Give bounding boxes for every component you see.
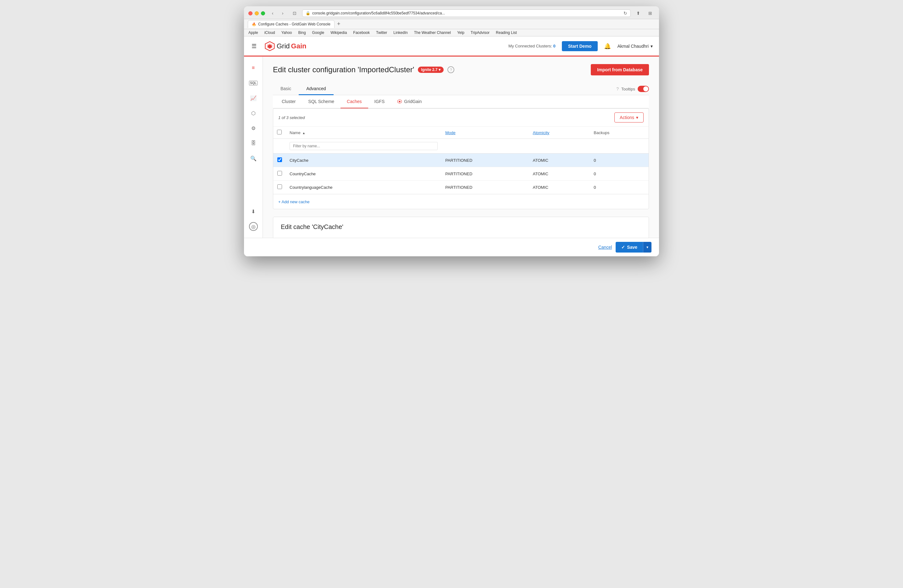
sidebar-item-download[interactable]: ⬇ [247,205,260,218]
share-button[interactable]: ⬆ [634,10,643,16]
help-icon[interactable]: ? [447,66,454,73]
bookmark-weather[interactable]: The Weather Channel [414,30,451,35]
user-menu[interactable]: Akmal Chaudhri ▾ [617,44,653,49]
bookmark-yahoo[interactable]: Yahoo [282,30,292,35]
bookmark-reading-list[interactable]: Reading List [496,30,517,35]
version-badge-text: Ignite 2.7 [421,67,437,72]
page-content: Edit cluster configuration 'ImportedClus… [263,56,659,238]
subtab-cluster[interactable]: Cluster [275,95,302,108]
add-new-cache-link[interactable]: + Add new cache [278,199,309,204]
logo-bottom-icon: ◎ [249,222,258,231]
page-title-row: Edit cluster configuration 'ImportedClus… [273,65,454,74]
user-dropdown-arrow: ▾ [651,44,653,49]
main-layout: ≡ SQL 📈 ⬡ ⚙ 🗄 🔍 [244,56,659,238]
cache-backups-countrycache: 0 [590,167,649,180]
sidebar-item-sql[interactable]: SQL [247,77,260,89]
page-title: Edit cluster configuration 'ImportedClus… [273,65,414,74]
tab-basic[interactable]: Basic [273,83,299,95]
bookmark-google[interactable]: Google [312,30,324,35]
backups-column-header: Backups [590,127,649,139]
bookmark-twitter[interactable]: Twitter [376,30,387,35]
bookmark-tripadvisor[interactable]: TripAdvisor [471,30,489,35]
sub-tabs: Cluster SQL Scheme Caches IGFS GridGain [273,95,649,108]
tooltips-toggle[interactable] [638,86,649,92]
bookmark-yelp[interactable]: Yelp [457,30,464,35]
version-badge[interactable]: Ignite 2.7 ▾ [418,67,444,73]
cancel-button[interactable]: Cancel [598,245,612,250]
forward-button[interactable]: › [278,10,287,16]
subtab-caches[interactable]: Caches [340,95,368,108]
bookmark-icloud[interactable]: iCloud [264,30,275,35]
sql-icon: SQL [249,81,258,85]
row-checkbox-countrycache[interactable] [277,171,282,176]
cache-mode-countrylanguagecache: PARTITIONED [441,180,529,194]
start-demo-button[interactable]: Start Demo [562,41,598,51]
bookmark-wikipedia[interactable]: Wikipedia [330,30,347,35]
bookmark-linkedin[interactable]: LinkedIn [393,30,407,35]
maximize-button[interactable] [261,11,265,16]
edit-section: Edit cache 'CityCache' [273,217,649,238]
cache-name-countrylanguagecache: CountrylanguageCache [286,180,441,194]
notification-bell[interactable]: 🔔 [604,43,611,50]
name-filter-input[interactable] [289,142,438,150]
atomicity-column-link[interactable]: Atomicity [533,130,550,135]
cache-backups-citycache: 0 [590,154,649,167]
monitoring-icon: 📈 [250,95,256,101]
configuration-icon: ≡ [252,65,255,71]
select-all-checkbox[interactable] [277,130,282,135]
bookmark-apple[interactable]: Apple [249,30,258,35]
import-from-database-button[interactable]: Import from Database [591,64,649,75]
tab-advanced[interactable]: Advanced [299,83,333,95]
subtab-gridgain-label: GridGain [404,99,422,104]
sidebar-item-settings[interactable]: ⚙ [247,122,260,135]
atomicity-column-header[interactable]: Atomicity [529,127,590,139]
new-tab-plus[interactable]: + [337,21,340,27]
bookmark-bing[interactable]: Bing [298,30,306,35]
sidebar-item-queries[interactable]: 🔍 [247,152,260,165]
sidebar-item-database[interactable]: 🗄 [247,137,260,149]
actions-dropdown-icon: ▾ [636,115,638,120]
sidebar-toggle-button[interactable]: ⊡ [290,10,299,16]
clusters-icon: ⬡ [251,110,256,116]
back-button[interactable]: ‹ [268,10,277,16]
subtab-igfs[interactable]: IGFS [368,95,391,108]
sidebar-item-monitoring[interactable]: 📈 [247,92,260,104]
selection-count: 1 of 3 selected [278,115,305,120]
bookmark-facebook[interactable]: Facebook [353,30,370,35]
browser-tab[interactable]: 🔥 Configure Caches - GridGain Web Consol… [248,20,335,28]
url-input[interactable]: console.gridgain.com/configuration/5c6a8… [312,11,621,16]
refresh-button[interactable]: ↻ [623,11,627,16]
main-tabs-left: Basic Advanced [273,83,334,95]
sidebar-item-configuration[interactable]: ≡ [247,61,260,74]
save-dropdown-button[interactable]: ▾ [643,242,651,252]
page-header: Edit cluster configuration 'ImportedClus… [273,64,649,75]
main-tabs: Basic Advanced ? Tooltips [273,83,649,95]
close-button[interactable] [249,11,252,16]
logo-icon [264,41,275,52]
save-button[interactable]: ✓ Save [616,242,643,252]
minimize-button[interactable] [255,11,259,16]
subtab-sql-scheme[interactable]: SQL Scheme [302,95,340,108]
name-column-header[interactable]: Name ▲ [286,127,441,139]
mode-column-header[interactable]: Mode [441,127,529,139]
cache-mode-countrycache: PARTITIONED [441,167,529,180]
sidebar-item-logo-bottom[interactable]: ◎ [247,220,260,233]
app-container: ☰ GridGain My Connected Clusters: 0 Star… [244,36,659,256]
sort-arrow-up: ▲ [302,131,305,135]
mode-column-link[interactable]: Mode [445,130,456,135]
cache-name-citycache: CityCache [286,154,441,167]
subtab-gridgain[interactable]: GridGain [391,95,428,108]
cache-table: Name ▲ Mode Atomicity Back [273,127,649,194]
hamburger-button[interactable]: ☰ [250,41,258,51]
cache-name-countrycache: CountryCache [286,167,441,180]
tooltips-row: ? Tooltips [616,86,649,92]
address-bar: 🔒 console.gridgain.com/configuration/5c6… [302,9,631,17]
settings-icon: ⚙ [251,125,256,131]
add-cache-row: + Add new cache [273,194,649,209]
sidebar-item-clusters[interactable]: ⬡ [247,107,260,119]
row-checkbox-countrylanguagecache[interactable] [277,184,282,189]
new-tab-button[interactable]: ⊞ [646,10,654,16]
actions-button[interactable]: Actions ▾ [614,113,643,122]
row-checkbox-citycache[interactable] [277,157,282,162]
lock-icon: 🔒 [305,11,310,16]
